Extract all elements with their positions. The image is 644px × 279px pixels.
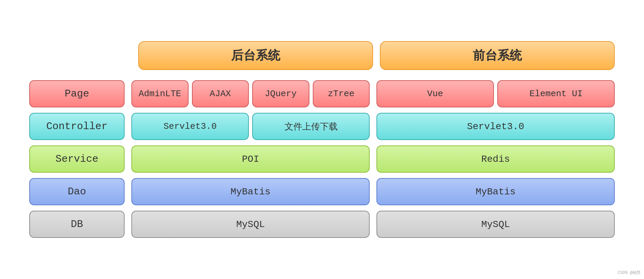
layer-row-db: DBMySQLMySQL	[29, 211, 615, 238]
right-box-service: Redis	[376, 145, 615, 173]
layer-row-service: ServicePOIRedis	[29, 145, 615, 173]
layer-row-page: PageAdminLTEAJAXJQueryzTreeVueElement UI	[29, 80, 615, 107]
right-col-db: MySQL	[376, 211, 615, 238]
right-item-page-0: Vue	[376, 80, 494, 107]
watermark: CSDN @柚慧	[618, 270, 641, 276]
middle-item-page-1: AJAX	[192, 80, 249, 107]
middle-col-page: AdminLTEAJAXJQueryzTree	[131, 80, 370, 107]
left-label-dao: Dao	[29, 178, 125, 205]
rows-area: PageAdminLTEAJAXJQueryzTreeVueElement UI…	[29, 80, 615, 238]
left-label-db: DB	[29, 211, 125, 238]
right-box-controller: Servlet3.0	[376, 113, 615, 140]
diagram: 后台系统 前台系统 PageAdminLTEAJAXJQueryzTreeVue…	[16, 31, 628, 248]
middle-box-dao: MyBatis	[131, 178, 370, 205]
middle-col-dao: MyBatis	[131, 178, 370, 205]
middle-col-db: MySQL	[131, 211, 370, 238]
right-box-dao: MyBatis	[376, 178, 615, 205]
layer-row-dao: DaoMyBatisMyBatis	[29, 178, 615, 205]
left-label-controller: Controller	[29, 113, 125, 140]
middle-multi-page: AdminLTEAJAXJQueryzTree	[131, 80, 370, 107]
middle-item-controller-0: Servlet3.0	[131, 113, 249, 140]
left-label-page: Page	[29, 80, 125, 107]
right-col-service: Redis	[376, 145, 615, 173]
right-col-dao: MyBatis	[376, 178, 615, 205]
right-col-controller: Servlet3.0	[376, 113, 615, 140]
right-box-db: MySQL	[376, 211, 615, 238]
middle-item-page-3: zTree	[313, 80, 370, 107]
right-item-page-1: Element UI	[497, 80, 615, 107]
middle-item-controller-1: 文件上传下载	[252, 113, 370, 140]
middle-box-service: POI	[131, 145, 370, 173]
middle-box-db: MySQL	[131, 211, 370, 238]
left-label-service: Service	[29, 145, 125, 173]
right-multi-page: VueElement UI	[376, 80, 615, 107]
right-col-page: VueElement UI	[376, 80, 615, 107]
headers-row: 后台系统 前台系统	[29, 41, 615, 70]
layer-row-controller: ControllerServlet3.0文件上传下载Servlet3.0	[29, 113, 615, 140]
frontend-header: 前台系统	[380, 41, 615, 70]
middle-item-page-2: JQuery	[252, 80, 309, 107]
backend-header: 后台系统	[138, 41, 373, 70]
middle-col-service: POI	[131, 145, 370, 173]
middle-item-page-0: AdminLTE	[131, 80, 189, 107]
middle-col-controller: Servlet3.0文件上传下载	[131, 113, 370, 140]
middle-multi-controller: Servlet3.0文件上传下载	[131, 113, 370, 140]
